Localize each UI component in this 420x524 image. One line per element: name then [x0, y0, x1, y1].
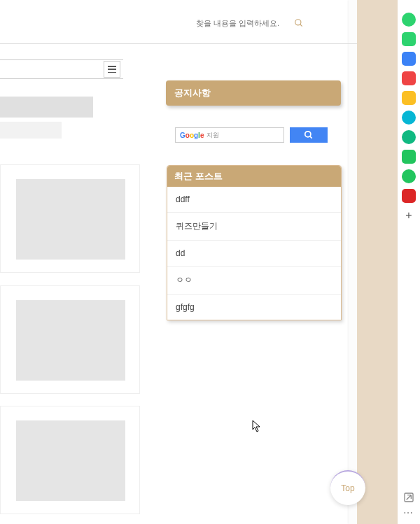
share-icon[interactable] — [403, 492, 414, 503]
post-thumbnail — [16, 300, 125, 381]
google-logo: Google — [180, 132, 204, 139]
google-search-widget: Google 지원 — [175, 127, 328, 143]
sidebar-app-icon[interactable] — [402, 169, 416, 183]
notice-title: 공지사항 — [174, 87, 211, 99]
page-background-right — [357, 0, 398, 524]
placeholder-block — [0, 97, 93, 118]
scroll-to-top-button[interactable]: Top — [330, 470, 365, 505]
browser-sidebar: + — [398, 7, 420, 222]
search-input[interactable] — [196, 19, 287, 27]
notice-panel[interactable]: 공지사항 — [166, 80, 341, 106]
page-edge-shadow — [349, 0, 357, 524]
recent-posts-header: 최근 포스트 — [167, 166, 341, 187]
cursor-icon — [252, 420, 262, 432]
placeholder-block-small — [0, 122, 62, 139]
recent-post-item[interactable]: 퀴즈만들기 — [167, 213, 341, 241]
recent-post-item[interactable]: gfgfg — [167, 295, 341, 320]
sidebar-app-icon[interactable] — [402, 13, 416, 27]
sidebar-app-icon[interactable] — [402, 32, 416, 46]
post-card[interactable] — [0, 406, 140, 514]
sidebar-app-icon[interactable] — [402, 111, 416, 125]
menu-border-bottom — [0, 78, 123, 79]
sidebar-app-icon[interactable] — [402, 91, 416, 105]
recent-post-item[interactable]: ㅇㅇ — [167, 267, 341, 295]
more-options-icon[interactable]: ⋯ — [403, 507, 413, 518]
post-thumbnail — [16, 179, 125, 260]
recent-posts-panel: 최근 포스트 ddff 퀴즈만들기 dd ㅇㅇ gfgfg — [167, 165, 342, 320]
google-search-button[interactable] — [290, 127, 328, 143]
sidebar-app-icon[interactable] — [402, 130, 416, 144]
svg-point-0 — [295, 20, 301, 25]
search-icon — [304, 130, 314, 140]
google-search-input[interactable]: Google 지원 — [175, 127, 284, 143]
svg-line-1 — [300, 24, 302, 27]
sidebar-app-icon[interactable] — [402, 52, 416, 66]
search-icon[interactable] — [294, 18, 304, 28]
sidebar-app-icon[interactable] — [402, 150, 416, 164]
top-search-bar — [196, 18, 304, 28]
svg-point-2 — [305, 132, 311, 137]
post-thumbnail — [16, 420, 125, 501]
google-support-label: 지원 — [206, 131, 219, 140]
recent-post-item[interactable]: ddff — [167, 187, 341, 213]
hamburger-menu-button[interactable] — [104, 61, 120, 78]
post-card[interactable] — [0, 285, 140, 394]
sidebar-add-button[interactable]: + — [402, 208, 416, 222]
recent-post-item[interactable]: dd — [167, 241, 341, 267]
svg-line-3 — [310, 136, 312, 139]
horizontal-divider — [0, 43, 357, 44]
menu-border-top — [0, 59, 123, 60]
hamburger-icon — [108, 66, 116, 73]
sidebar-app-icon[interactable] — [402, 189, 416, 203]
sidebar-app-icon[interactable] — [402, 71, 416, 85]
post-card[interactable] — [0, 164, 140, 273]
top-button-label: Top — [341, 483, 354, 493]
